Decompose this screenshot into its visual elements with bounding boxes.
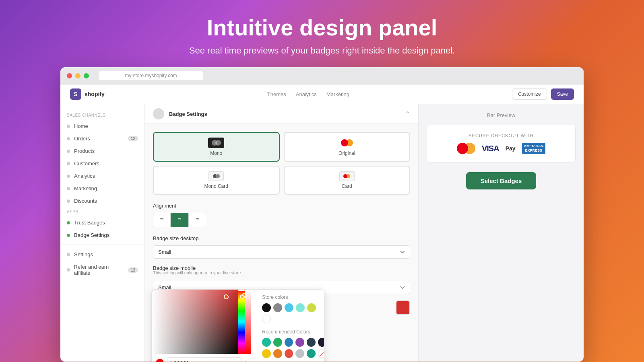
- store-color-gray[interactable]: [273, 303, 282, 312]
- sidebar-item-home[interactable]: Home: [60, 120, 144, 132]
- rec-color-blue[interactable]: [285, 338, 293, 347]
- rec-color-navy[interactable]: [318, 338, 324, 347]
- badge-option-mono-card[interactable]: Mono Card: [153, 166, 280, 195]
- rec-row-1: [262, 338, 324, 347]
- browser-minimize-dot[interactable]: [75, 73, 80, 78]
- picker-right: Store colors Recommended Colors: [257, 290, 324, 362]
- picker-saturation-handle[interactable]: [242, 293, 247, 298]
- customize-button[interactable]: Customize: [512, 88, 547, 100]
- sidebar-dot: [67, 137, 70, 140]
- badge-style-grid: Mono Original: [153, 132, 410, 195]
- logo-text: shopify: [85, 91, 105, 97]
- sidebar-dot: [67, 162, 70, 165]
- rec-color-purple[interactable]: [295, 338, 304, 347]
- preview-amex: AMERICANEXPRESS: [522, 143, 546, 154]
- sidebar-item-refer[interactable]: Refer and earn affiliate 12: [60, 261, 144, 279]
- sidebar-item-customers[interactable]: Customers: [60, 157, 144, 170]
- rec-color-orange[interactable]: [273, 349, 282, 358]
- content-area: Badge Settings ⌃: [145, 104, 584, 362]
- nav-themes[interactable]: Themes: [267, 91, 286, 97]
- sidebar-item-marketing[interactable]: Marketing: [60, 182, 144, 195]
- browser-close-dot[interactable]: [67, 73, 72, 78]
- browser-address-bar[interactable]: my-store.myshopify.com: [99, 71, 203, 80]
- sidebar-item-analytics[interactable]: Analytics: [60, 170, 144, 182]
- sidebar-item-settings[interactable]: Settings: [60, 248, 144, 261]
- mono-card-icon: [208, 171, 224, 181]
- nav-analytics[interactable]: Analytics: [296, 91, 317, 97]
- sidebar-dot: [67, 253, 70, 256]
- select-badges-button[interactable]: Select Badges: [466, 172, 537, 189]
- picker-cursor-1[interactable]: [224, 294, 229, 299]
- panel-area: Badge Settings ⌃: [145, 104, 419, 362]
- picker-hex-input[interactable]: [167, 357, 242, 362]
- nav-marketing[interactable]: Marketing: [326, 91, 349, 97]
- preview-badges: VISA Pay AMERICANEXPRESS: [439, 143, 563, 154]
- color-picker-popup: hex Store colors: [151, 289, 324, 362]
- logo-icon: S: [70, 88, 81, 100]
- picker-hue-handle[interactable]: [238, 290, 245, 291]
- badge-color-swatch[interactable]: [396, 300, 410, 315]
- rec-color-emerald[interactable]: [262, 338, 271, 347]
- sidebar-item-trust-badges[interactable]: Trust Badges: [60, 216, 144, 229]
- picker-gradient[interactable]: [152, 290, 238, 354]
- preview-visa: VISA: [482, 144, 499, 153]
- sidebar-dot: [67, 125, 70, 128]
- store-color-cyan[interactable]: [285, 303, 293, 312]
- badge-option-mono-label: Mono: [210, 150, 222, 156]
- align-right-button[interactable]: ≡: [188, 213, 206, 227]
- hero-subtitle: See real time previews of your badges ri…: [0, 45, 644, 56]
- panel-expand-icon[interactable]: ⌃: [405, 110, 410, 118]
- store-color-black[interactable]: [262, 303, 271, 312]
- browser-maximize-dot[interactable]: [84, 73, 89, 78]
- badge-option-card-label: Card: [342, 183, 352, 189]
- mc-red-circle: [341, 139, 348, 146]
- hero-section: Intuitive design panel See real time pre…: [0, 0, 644, 67]
- picker-hue-bar[interactable]: [238, 290, 245, 354]
- preview-bar: SECURE CHECKOUT WITH VISA Pay: [427, 125, 576, 162]
- picker-saturation-bar[interactable]: [245, 290, 251, 354]
- picker-color-preview: [156, 359, 164, 362]
- original-icon: [339, 138, 355, 148]
- sidebar-label: Discounts: [74, 198, 97, 204]
- badge-option-card[interactable]: Card: [284, 166, 411, 195]
- align-center-button[interactable]: ≡: [171, 213, 188, 227]
- badge-option-mono[interactable]: Mono: [153, 132, 280, 162]
- mono-icon: [208, 138, 224, 148]
- store-color-lime[interactable]: [307, 303, 316, 312]
- rec-color-teal[interactable]: [307, 349, 316, 358]
- sidebar-label: Home: [74, 123, 88, 129]
- sidebar-section-sales: Sales channels: [60, 111, 144, 120]
- sidebar-label: Customers: [74, 160, 99, 167]
- orders-badge: 12: [128, 136, 138, 141]
- rec-color-green[interactable]: [273, 338, 282, 347]
- preview-label: Bar Preview: [427, 112, 576, 118]
- sidebar-dot: [67, 150, 70, 153]
- picker-gradient-area: [152, 290, 257, 354]
- sidebar-dot: [67, 200, 70, 203]
- header-nav: Themes Analytics Marketing: [267, 91, 349, 97]
- header-save-button[interactable]: Save: [551, 88, 574, 100]
- store-colors-row: [262, 303, 324, 323]
- store-color-teal[interactable]: [296, 303, 305, 312]
- panel-title: Badge Settings: [169, 111, 207, 117]
- sidebar-dot: [67, 175, 70, 178]
- align-left-button[interactable]: ≡: [153, 213, 171, 227]
- card-icon: [339, 171, 355, 181]
- rec-color-yellow[interactable]: [262, 349, 271, 358]
- rec-color-silver[interactable]: [295, 349, 304, 358]
- rec-color-dark[interactable]: [307, 338, 316, 347]
- sidebar-item-discounts[interactable]: Discounts: [60, 195, 144, 207]
- sidebar-item-orders[interactable]: Orders 12: [60, 132, 144, 145]
- alignment-label: Alignment: [153, 203, 410, 209]
- badge-size-desktop-select[interactable]: Small Medium Large: [153, 245, 410, 259]
- store-color-white[interactable]: [262, 315, 271, 323]
- sidebar-label: Refer and earn affiliate: [74, 264, 124, 276]
- badge-size-desktop-label: Badge size desktop: [153, 235, 410, 241]
- sidebar-dot: [67, 234, 70, 237]
- badge-option-original[interactable]: Original: [284, 132, 411, 162]
- sidebar-item-badge-settings[interactable]: Badge Settings: [60, 229, 144, 241]
- sidebar-item-products[interactable]: Products: [60, 145, 144, 157]
- rec-color-none[interactable]: [318, 349, 324, 358]
- rec-color-red[interactable]: [285, 349, 293, 358]
- rec-row-2: [262, 349, 324, 358]
